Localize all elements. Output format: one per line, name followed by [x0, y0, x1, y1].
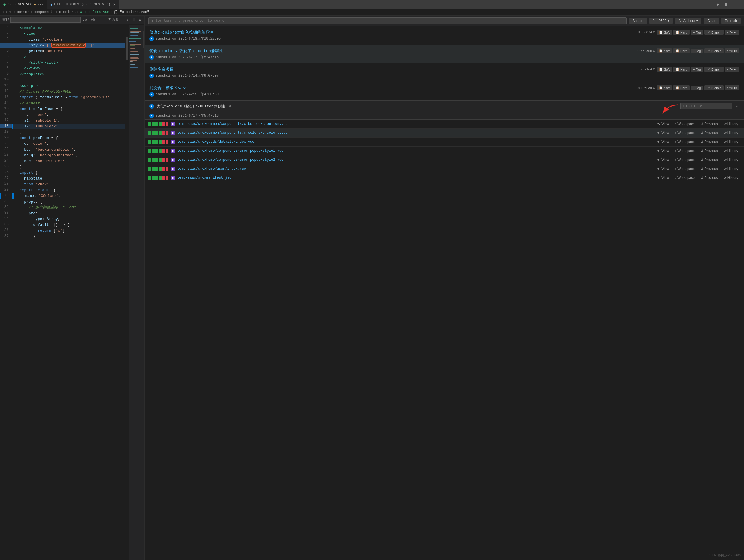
file-workspace-btn[interactable]: ↕Workspace: [672, 148, 697, 153]
commit-branch-btn[interactable]: ⎇Branch: [704, 67, 724, 72]
commit-tag-btn[interactable]: +Tag: [691, 86, 703, 90]
search-input[interactable]: [10, 17, 81, 23]
file-history-btn[interactable]: ⟳History: [721, 130, 741, 136]
file-view-btn[interactable]: 👁View: [655, 121, 671, 126]
search-regex-btn[interactable]: .*: [98, 17, 104, 22]
search-close-btn[interactable]: ✕: [138, 17, 142, 23]
commit-more-btn[interactable]: ↩More: [725, 85, 739, 90]
file-history-btn[interactable]: ⟳History: [721, 148, 741, 153]
file-workspace-btn[interactable]: ↕Workspace: [672, 166, 697, 172]
tag-icon: +: [693, 31, 695, 34]
copy-icon[interactable]: ⧉: [653, 86, 656, 90]
commit-item[interactable]: 优化c-colors 强化了c-button兼容性 ● sanshui on 2…: [145, 45, 744, 64]
file-view-btn[interactable]: 👁View: [655, 157, 671, 162]
file-row[interactable]: H temp-saas/src/home/user/index.vue 👁Vie…: [145, 164, 744, 174]
history-search-button[interactable]: Search: [629, 18, 647, 24]
file-workspace-btn[interactable]: ↕Workspace: [672, 157, 697, 162]
file-view-btn[interactable]: 👁View: [655, 166, 671, 172]
editor-scrollbar[interactable]: [125, 25, 128, 560]
file-workspace-btn[interactable]: ↕Workspace: [672, 130, 697, 136]
commit-branch-btn[interactable]: ⎇Branch: [704, 48, 724, 53]
commit-tag-btn[interactable]: +Tag: [691, 67, 703, 72]
file-workspace-btn[interactable]: ↕Workspace: [672, 139, 697, 145]
file-previous-btn[interactable]: ↺Previous: [698, 157, 720, 162]
file-previous-btn[interactable]: ↺Previous: [698, 175, 720, 180]
commit-item[interactable]: 删除多余项目 ● sanshui on 2021/5/14上午9:07:07 c…: [145, 64, 744, 82]
file-previous-btn[interactable]: ↺Previous: [698, 148, 720, 153]
file-view-btn[interactable]: 👁View: [655, 148, 671, 153]
breadcrumb-common[interactable]: common: [17, 10, 29, 14]
file-view-btn[interactable]: 👁View: [655, 130, 671, 136]
code-line: 11 <script>: [0, 83, 125, 89]
commit-hard-btn[interactable]: 📋Hard: [673, 67, 690, 72]
history-clear-button[interactable]: Clear: [704, 18, 719, 24]
breadcrumb-components[interactable]: components: [34, 10, 54, 14]
commit-tag-btn[interactable]: +Tag: [691, 49, 703, 53]
commit-hard-btn[interactable]: 📋Hard: [673, 48, 690, 53]
breadcrumb-src[interactable]: src: [6, 10, 12, 14]
find-file-input[interactable]: [680, 103, 733, 109]
file-history-btn[interactable]: ⟳History: [721, 139, 741, 145]
commit-branch-btn[interactable]: ⎇Branch: [704, 30, 724, 35]
commit-item[interactable]: 提交合并模板的sass ● sanshui on 2021/4/15下午4:30…: [145, 82, 744, 101]
file-view-btn[interactable]: 👁View: [655, 139, 671, 145]
breadcrumb-symbol[interactable]: {} "c-colors.vue": [114, 10, 149, 14]
search-prev-btn[interactable]: ↑: [119, 17, 124, 22]
selected-author-avatar: ●: [149, 113, 154, 118]
history-filter-dropdown[interactable]: faq-0622 ▾: [649, 18, 673, 24]
history-search-input[interactable]: [148, 17, 627, 24]
file-workspace-btn[interactable]: ↕Workspace: [672, 175, 697, 180]
file-history-btn[interactable]: ⟳History: [721, 121, 741, 126]
file-row[interactable]: H temp-saas/src/manifest.json 👁View ↕Wor…: [145, 174, 744, 182]
breadcrumb-ccolors-dir[interactable]: c-colors: [59, 10, 76, 14]
commit-title: 修改c-colors对白色按钮的兼容性: [149, 30, 637, 35]
commit-soft-btn[interactable]: 📋Soft: [657, 85, 672, 90]
tab-history-close[interactable]: ✕: [113, 2, 115, 7]
copy-icon[interactable]: ⧉: [653, 68, 656, 71]
commit-branch-btn[interactable]: ⎇Branch: [704, 85, 724, 90]
code-scroll[interactable]: 1 <template> 2 <view 3 class="c-colors" …: [0, 25, 125, 560]
commit-more-btn[interactable]: ↩More: [725, 48, 739, 53]
commit-soft-btn[interactable]: 📋Soft: [657, 48, 672, 53]
tab-history[interactable]: ◆ File History (c-colors.vue) ✕: [47, 0, 119, 9]
file-history-btn[interactable]: ⟳History: [721, 175, 741, 180]
pause-btn[interactable]: ⏸: [722, 1, 730, 8]
file-previous-btn[interactable]: ↺Previous: [698, 139, 720, 145]
commit-tag-btn[interactable]: +Tag: [691, 30, 703, 35]
file-workspace-btn[interactable]: ↕Workspace: [672, 121, 697, 126]
commit-more-btn[interactable]: ↩More: [725, 30, 739, 35]
file-row[interactable]: H temp-saas/src/common/components/c-butt…: [145, 120, 744, 128]
commit-item[interactable]: 修改c-colors对白色按钮的兼容性 ● sanshui on 2021/6/…: [145, 26, 744, 45]
commit-soft-btn[interactable]: 📋Soft: [657, 30, 672, 35]
file-row[interactable]: H temp-saas/src/goods/details/index.vue …: [145, 138, 744, 147]
history-refresh-button[interactable]: Refresh: [721, 18, 741, 24]
tab-editor[interactable]: ◆ c-colors.vue ● ···: [0, 0, 47, 9]
commit-hard-btn[interactable]: 📋Hard: [673, 30, 690, 35]
file-previous-btn[interactable]: ↺Previous: [698, 166, 720, 172]
file-path: temp-saas/src/home/components/user-popup…: [177, 149, 653, 153]
search-case-btn[interactable]: Aa: [82, 17, 88, 22]
more-btn[interactable]: ···: [731, 1, 742, 8]
file-history-btn[interactable]: ⟳History: [721, 157, 741, 162]
panel-close-btn[interactable]: ✕: [735, 103, 739, 109]
search-list-btn[interactable]: ☰: [131, 17, 137, 22]
file-row[interactable]: H temp-saas/src/common/components/c-colo…: [145, 128, 744, 138]
file-previous-btn[interactable]: ↺Previous: [698, 121, 720, 126]
history-authors-dropdown[interactable]: All Authors ▾: [675, 18, 701, 24]
search-next-btn[interactable]: ↓: [125, 17, 130, 22]
file-history-btn[interactable]: ⟳History: [721, 166, 741, 172]
copy-icon[interactable]: ⧉: [653, 31, 656, 34]
commit-soft-btn[interactable]: 📋Soft: [657, 67, 672, 72]
file-row[interactable]: H temp-saas/src/home/components/user-pop…: [145, 147, 744, 155]
commit-more-btn[interactable]: ↩More: [725, 67, 739, 72]
search-word-btn[interactable]: Ab: [90, 17, 97, 22]
copy-commit-icon[interactable]: ⧉: [229, 105, 231, 109]
run-btn[interactable]: ▶: [715, 1, 721, 8]
file-view-btn[interactable]: 👁View: [655, 175, 671, 180]
breadcrumb-ccolors-file[interactable]: ◆ c-colors.vue: [80, 10, 109, 14]
commit-hard-btn[interactable]: 📋Hard: [673, 85, 690, 90]
copy-icon[interactable]: ⧉: [653, 49, 656, 53]
file-previous-btn[interactable]: ↺Previous: [698, 130, 720, 136]
scrollbar-thumb[interactable]: [126, 37, 128, 60]
file-row[interactable]: H temp-saas/src/home/components/user-pop…: [145, 155, 744, 164]
